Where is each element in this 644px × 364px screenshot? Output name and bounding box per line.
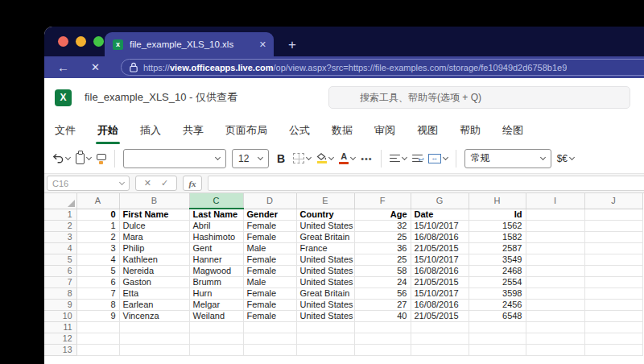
column-header-G[interactable]: G bbox=[411, 193, 469, 209]
cell-A6[interactable]: 5 bbox=[76, 265, 119, 276]
row-header-8[interactable]: 8 bbox=[44, 287, 76, 299]
cell-E5[interactable]: United States bbox=[296, 254, 354, 265]
cell-B7[interactable]: Gaston bbox=[119, 276, 189, 287]
cell-J11[interactable] bbox=[584, 321, 642, 333]
cell-H12[interactable] bbox=[469, 333, 526, 344]
cell-A3[interactable]: 2 bbox=[76, 231, 119, 242]
cell-E2[interactable]: United States bbox=[296, 220, 354, 231]
menu-tab-文件[interactable]: 文件 bbox=[55, 123, 76, 138]
cell-J10[interactable] bbox=[584, 310, 642, 321]
row-header-9[interactable]: 9 bbox=[44, 299, 76, 310]
close-tab-icon[interactable]: ✕ bbox=[259, 40, 266, 49]
cell-B9[interactable]: Earlean bbox=[119, 299, 189, 310]
row-header-10[interactable]: 10 bbox=[44, 310, 76, 321]
cell-C12[interactable] bbox=[189, 333, 243, 344]
cell-D3[interactable]: Female bbox=[243, 231, 296, 242]
cell-I2[interactable] bbox=[526, 220, 584, 231]
cell-J8[interactable] bbox=[584, 287, 642, 299]
cell-F4[interactable]: 36 bbox=[354, 242, 411, 254]
cell-B6[interactable]: Nereida bbox=[119, 265, 189, 276]
confirm-entry-icon[interactable]: ✓ bbox=[161, 178, 168, 188]
cell-A11[interactable] bbox=[76, 321, 119, 333]
cell-A13[interactable] bbox=[76, 344, 119, 355]
cell-A2[interactable]: 1 bbox=[76, 220, 119, 231]
cell-F1[interactable]: Age bbox=[354, 209, 411, 220]
cell-C8[interactable]: Hurn bbox=[189, 287, 243, 299]
cell-F11[interactable] bbox=[354, 321, 411, 333]
cell-D2[interactable]: Female bbox=[243, 220, 296, 231]
cell-E6[interactable]: United States bbox=[296, 265, 354, 276]
column-header-C[interactable]: C bbox=[189, 193, 243, 209]
stop-button[interactable]: ✕ bbox=[91, 62, 100, 72]
cell-C4[interactable]: Gent bbox=[189, 242, 243, 254]
cell-I13[interactable] bbox=[526, 344, 584, 355]
cell-H2[interactable]: 1562 bbox=[469, 220, 526, 231]
cell-D6[interactable]: Female bbox=[243, 265, 296, 276]
cell-G4[interactable]: 21/05/2015 bbox=[411, 242, 469, 254]
currency-format-button[interactable]: $€ bbox=[557, 153, 574, 164]
cell-G12[interactable] bbox=[411, 333, 469, 344]
browser-tab[interactable]: x file_example_XLS_10.xls ✕ bbox=[105, 32, 274, 56]
formula-input[interactable] bbox=[208, 176, 644, 191]
cell-J5[interactable] bbox=[584, 254, 642, 265]
cell-J9[interactable] bbox=[584, 299, 642, 310]
cell-A4[interactable]: 3 bbox=[76, 242, 119, 254]
cell-I10[interactable] bbox=[526, 310, 584, 321]
format-painter-button[interactable] bbox=[97, 154, 106, 160]
menu-tab-绘图[interactable]: 绘图 bbox=[502, 123, 523, 138]
row-header-13[interactable]: 13 bbox=[44, 344, 76, 355]
cell-C9[interactable]: Melgar bbox=[189, 299, 243, 310]
column-header-H[interactable]: H bbox=[469, 193, 526, 209]
cell-A8[interactable]: 7 bbox=[76, 287, 119, 299]
cell-G1[interactable]: Date bbox=[411, 209, 469, 220]
select-all-corner[interactable] bbox=[44, 193, 76, 209]
cell-C13[interactable] bbox=[189, 344, 243, 355]
cell-D5[interactable]: Female bbox=[243, 254, 296, 265]
menu-tab-插入[interactable]: 插入 bbox=[140, 123, 161, 138]
cell-F3[interactable]: 25 bbox=[354, 231, 411, 242]
undo-button[interactable] bbox=[52, 153, 70, 163]
font-name-select[interactable] bbox=[123, 149, 226, 168]
cell-C10[interactable]: Weiland bbox=[189, 310, 243, 321]
search-input[interactable] bbox=[328, 86, 630, 109]
cell-E4[interactable]: France bbox=[296, 242, 354, 254]
back-button[interactable]: ← bbox=[57, 61, 69, 73]
cell-J13[interactable] bbox=[584, 344, 642, 355]
cell-H1[interactable]: Id bbox=[469, 209, 526, 220]
cell-C1[interactable]: Last Name bbox=[189, 209, 243, 220]
cell-E10[interactable]: United States bbox=[296, 310, 354, 321]
font-size-select[interactable]: 12 bbox=[232, 149, 269, 168]
cell-I12[interactable] bbox=[526, 333, 584, 344]
cell-C3[interactable]: Hashimoto bbox=[189, 231, 243, 242]
cell-F10[interactable]: 40 bbox=[354, 310, 411, 321]
cell-C7[interactable]: Brumm bbox=[189, 276, 243, 287]
cell-D9[interactable]: Female bbox=[243, 299, 296, 310]
cell-J4[interactable] bbox=[584, 242, 642, 254]
cell-G6[interactable]: 16/08/2016 bbox=[411, 265, 469, 276]
paste-button[interactable] bbox=[76, 153, 91, 164]
cell-H6[interactable]: 2468 bbox=[469, 265, 526, 276]
more-options-button[interactable]: ••• bbox=[361, 154, 373, 163]
cell-J12[interactable] bbox=[584, 333, 642, 344]
alignment-button[interactable] bbox=[390, 155, 407, 163]
cell-F8[interactable]: 56 bbox=[354, 287, 411, 299]
cell-I1[interactable] bbox=[526, 209, 584, 220]
cell-J2[interactable] bbox=[584, 220, 642, 231]
cell-I4[interactable] bbox=[526, 242, 584, 254]
cell-D7[interactable]: Male bbox=[243, 276, 296, 287]
cell-F6[interactable]: 58 bbox=[354, 265, 411, 276]
column-header-I[interactable]: I bbox=[526, 193, 584, 209]
cell-B1[interactable]: First Name bbox=[119, 209, 189, 220]
menu-tab-帮助[interactable]: 帮助 bbox=[460, 123, 481, 138]
menu-tab-公式[interactable]: 公式 bbox=[289, 123, 310, 138]
cell-G11[interactable] bbox=[411, 321, 469, 333]
merge-cells-button[interactable]: ↔ bbox=[428, 154, 448, 163]
cell-F12[interactable] bbox=[354, 333, 411, 344]
close-window-button[interactable] bbox=[58, 36, 68, 47]
cell-J7[interactable] bbox=[584, 276, 642, 287]
cell-B5[interactable]: Kathleen bbox=[119, 254, 189, 265]
menu-tab-视图[interactable]: 视图 bbox=[417, 123, 438, 138]
cell-A12[interactable] bbox=[76, 333, 119, 344]
cell-B12[interactable] bbox=[119, 333, 189, 344]
column-header-D[interactable]: D bbox=[243, 193, 296, 209]
